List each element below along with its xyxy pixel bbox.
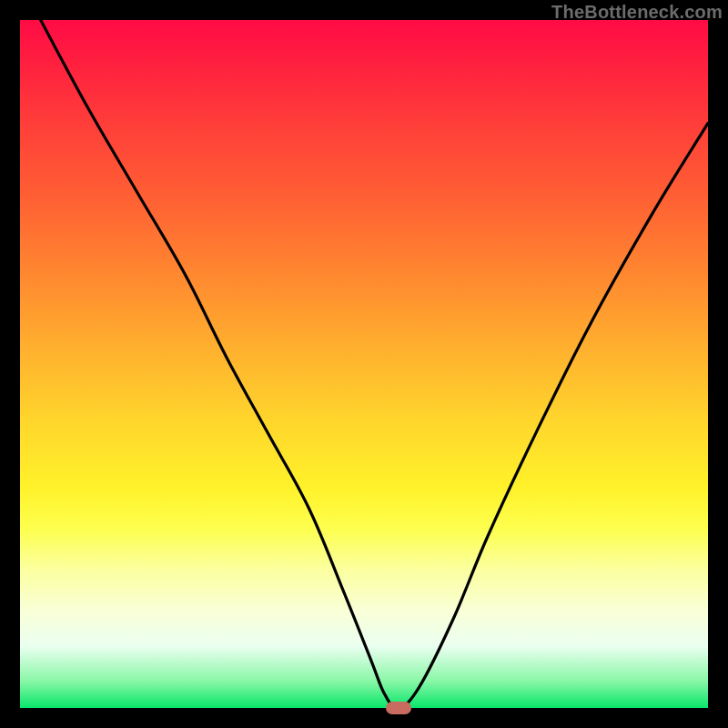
chart-frame: TheBottleneck.com <box>0 0 728 728</box>
curve-path <box>41 20 708 708</box>
watermark-text: TheBottleneck.com <box>551 2 723 23</box>
bottleneck-curve <box>20 20 708 708</box>
bottleneck-marker <box>386 702 411 714</box>
plot-gradient-area <box>20 20 708 708</box>
